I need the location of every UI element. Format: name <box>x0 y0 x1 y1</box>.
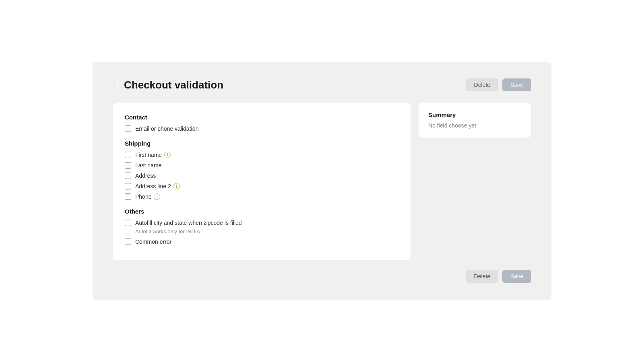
autofill-label[interactable]: Autofill city and state when zipcode is … <box>135 220 242 226</box>
list-item: First name i <box>125 152 398 158</box>
address-line2-label[interactable]: Address line 2 i <box>135 183 180 189</box>
contact-section: Contact Email or phone validation <box>125 114 398 132</box>
contact-section-label: Contact <box>125 114 398 121</box>
page-container: ← Checkout validation Delete Save Contac… <box>93 62 551 300</box>
others-section-label: Others <box>125 208 398 215</box>
common-error-label[interactable]: Common error <box>135 239 171 245</box>
header-save-button[interactable]: Save <box>502 78 531 91</box>
email-phone-checkbox[interactable] <box>125 125 131 132</box>
list-item: Address <box>125 173 398 179</box>
phone-checkbox[interactable] <box>125 193 131 200</box>
autofill-checkbox[interactable] <box>125 220 131 226</box>
email-phone-label[interactable]: Email or phone validation <box>135 125 198 132</box>
autofill-subnote: Autofill works only for INDIA <box>135 228 398 234</box>
content-area: Contact Email or phone validation Shippi… <box>113 103 531 260</box>
header-delete-button[interactable]: Delete <box>466 78 498 91</box>
phone-info-icon[interactable]: i <box>154 193 160 200</box>
title-area: ← Checkout validation <box>113 79 223 91</box>
summary-empty-text: No field choose yet <box>428 122 522 129</box>
list-item: Common error <box>125 239 398 245</box>
list-item: Last name <box>125 162 398 169</box>
address-checkbox[interactable] <box>125 173 131 179</box>
first-name-info-icon[interactable]: i <box>164 152 171 158</box>
list-item: Phone i <box>125 193 398 200</box>
page-header: ← Checkout validation Delete Save <box>113 78 531 91</box>
last-name-label[interactable]: Last name <box>135 162 161 169</box>
first-name-label[interactable]: First name i <box>135 152 171 158</box>
page-title: Checkout validation <box>124 79 223 91</box>
back-arrow-icon[interactable]: ← <box>113 81 120 89</box>
list-item: Address line 2 i <box>125 183 398 189</box>
header-buttons: Delete Save <box>466 78 531 91</box>
summary-title: Summary <box>428 111 522 118</box>
others-section: Others Autofill city and state when zipc… <box>125 208 398 245</box>
list-item: Autofill city and state when zipcode is … <box>125 220 398 226</box>
footer-delete-button[interactable]: Delete <box>466 270 498 283</box>
list-item: Email or phone validation <box>125 125 398 132</box>
address-label[interactable]: Address <box>135 173 156 179</box>
phone-label[interactable]: Phone i <box>135 193 160 200</box>
summary-card: Summary No field choose yet <box>419 103 531 138</box>
address-line2-checkbox[interactable] <box>125 183 131 189</box>
footer-buttons: Delete Save <box>113 270 531 283</box>
address-line2-info-icon[interactable]: i <box>173 183 180 189</box>
main-card: Contact Email or phone validation Shippi… <box>113 103 411 260</box>
shipping-section: Shipping First name i Last name Address <box>125 140 398 200</box>
footer-save-button[interactable]: Save <box>502 270 531 283</box>
common-error-checkbox[interactable] <box>125 239 131 245</box>
first-name-checkbox[interactable] <box>125 152 131 158</box>
last-name-checkbox[interactable] <box>125 162 131 169</box>
shipping-section-label: Shipping <box>125 140 398 147</box>
